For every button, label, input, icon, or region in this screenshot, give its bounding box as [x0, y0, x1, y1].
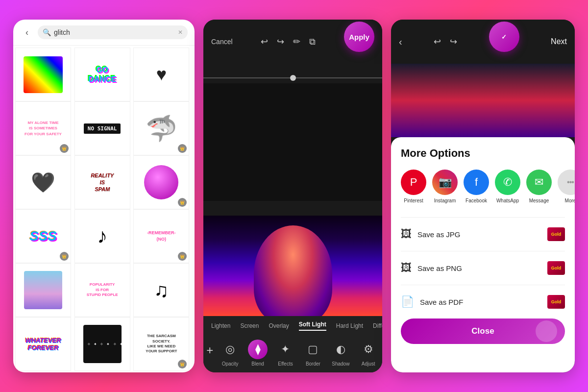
- sticker-whatever-visual: WHATEVERFOREVER: [25, 337, 61, 351]
- share-whatsapp[interactable]: ✆ WhatsApp: [495, 170, 520, 203]
- opacity-label: Opacity: [222, 361, 239, 367]
- sticker-circle-visual: [144, 165, 178, 199]
- search-input[interactable]: [54, 28, 175, 36]
- toolbar-border[interactable]: ▢ Border: [302, 340, 324, 367]
- close-button[interactable]: Close: [401, 318, 565, 344]
- share-instagram[interactable]: 📷 Instagram: [432, 170, 458, 203]
- blend-mode-bar: Lighten Screen Overlay Soft Light Hard L…: [203, 316, 382, 336]
- premium-badge: 👑: [178, 144, 187, 153]
- share-message[interactable]: ✉ Message: [526, 170, 552, 203]
- panel3-preview: [391, 64, 575, 137]
- erase-icon[interactable]: ✏: [293, 36, 300, 47]
- border-label: Border: [306, 361, 320, 367]
- sticker-circle[interactable]: 👑: [133, 155, 189, 209]
- sticker-stars[interactable]: [74, 317, 130, 371]
- save-pdf-row[interactable]: 📄 Save as PDF Gold: [401, 289, 565, 315]
- editor-header: Cancel ↩ ↪ ✏ ⧉ Apply: [203, 20, 382, 64]
- top-slider[interactable]: [203, 77, 382, 78]
- add-button[interactable]: +: [206, 340, 213, 357]
- blend-hardlight[interactable]: Hard Light: [336, 322, 363, 329]
- share-facebook[interactable]: f Facebook: [464, 170, 489, 203]
- blend-difference[interactable]: Difference: [373, 322, 382, 329]
- sticker-cloud-visual: [24, 271, 62, 309]
- toolbar-opacity[interactable]: ◎ Opacity: [220, 340, 241, 367]
- divider-1: [401, 217, 565, 218]
- cancel-button[interactable]: Cancel: [211, 38, 233, 46]
- sticker-shark[interactable]: 🦈 👑: [133, 101, 189, 155]
- sticker-myalone[interactable]: MY ALONE TIMEIS SOMETIMESFOR YOUR SAFETY…: [15, 101, 71, 155]
- whatsapp-icon: ✆: [495, 170, 520, 195]
- search-bar: ‹ 🔍 ✕: [13, 20, 195, 46]
- blend-softlight[interactable]: Soft Light: [299, 321, 326, 331]
- top-slider-dot[interactable]: [290, 75, 296, 81]
- toolbar-effects[interactable]: ✦ Effects: [274, 340, 296, 367]
- save-jpg-row[interactable]: 🖼 Save as JPG Gold: [401, 221, 565, 247]
- toolbar-blend[interactable]: ⧫ Blend: [247, 340, 269, 367]
- blend-screen[interactable]: Screen: [240, 322, 259, 329]
- sticker-tiktok[interactable]: ♪: [74, 209, 130, 263]
- sticker-remember[interactable]: -REMEMBER-(NO) 👑: [133, 209, 189, 263]
- canvas-top-area: [203, 83, 382, 201]
- canvas-image: [203, 216, 382, 316]
- share-more[interactable]: ••• More: [558, 170, 575, 203]
- apply-button[interactable]: Apply: [344, 22, 374, 52]
- png-gold-badge: Gold: [547, 261, 565, 275]
- instagram-icon: 📷: [432, 170, 458, 195]
- save-png-row[interactable]: 🖼 Save as PNG Gold: [401, 255, 565, 281]
- search-icon: 🔍: [43, 28, 51, 36]
- toolbar-adjust[interactable]: ⚙ Adjust: [358, 340, 379, 367]
- sticker-tiktok2-visual: ♫: [154, 279, 169, 301]
- divider-3: [401, 285, 565, 285]
- clear-icon[interactable]: ✕: [178, 29, 183, 36]
- panel3-back-button[interactable]: ‹: [399, 36, 402, 48]
- divider-2: [401, 251, 565, 251]
- toolbar-shadow[interactable]: ◐ Shadow: [330, 340, 351, 367]
- opacity-icon: ◎: [220, 340, 240, 359]
- sticker-whatever[interactable]: WHATEVERFOREVER: [15, 317, 71, 371]
- back-button[interactable]: ‹: [20, 25, 34, 39]
- more-options-title: More Options: [401, 147, 565, 160]
- sticker-wings[interactable]: 🖤: [15, 155, 71, 209]
- sticker-godance[interactable]: GODANCE: [74, 48, 130, 101]
- save-jpg-label: Save as JPG: [417, 230, 461, 239]
- instagram-label: Instagram: [434, 198, 456, 203]
- editor-toolbar: + ◎ Opacity ⧫ Blend ✦ Effects ▢ Border ◐…: [203, 336, 382, 372]
- save-png-label: Save as PNG: [417, 264, 462, 272]
- sticker-sarcasm-visual: THE SARCASMSOCIETY.LIKE WE NEEDYOUR SUPP…: [146, 334, 177, 354]
- adjust-label: Adjust: [362, 361, 375, 367]
- next-button[interactable]: Next: [551, 37, 567, 46]
- premium-badge: 👑: [178, 360, 187, 368]
- undo-icon[interactable]: ↩: [261, 36, 268, 47]
- editor-canvas: [203, 64, 382, 316]
- sticker-sarcasm[interactable]: THE SARCASMSOCIETY.LIKE WE NEEDYOUR SUPP…: [133, 317, 189, 371]
- save-pdf-left: 📄 Save as PDF: [401, 295, 463, 308]
- blend-lighten[interactable]: Lighten: [211, 322, 230, 329]
- jpg-gold-badge: Gold: [547, 227, 565, 241]
- save-pdf-label: Save as PDF: [420, 298, 463, 306]
- save-jpg-left: 🖼 Save as JPG: [401, 228, 461, 241]
- layers-icon[interactable]: ⧉: [309, 37, 316, 47]
- sticker-nosignal[interactable]: NO SIGNAL: [74, 101, 130, 155]
- panel3-icon-group: ↩ ↪: [434, 36, 457, 47]
- sticker-rainbow[interactable]: [15, 48, 71, 101]
- save-png-left: 🖼 Save as PNG: [401, 262, 462, 274]
- next-checkmark-button[interactable]: ✓: [489, 22, 519, 52]
- sticker-reality[interactable]: REALITYISSPAM: [74, 155, 130, 209]
- panel3-undo-icon[interactable]: ↩: [434, 36, 441, 47]
- panel3-redo-icon[interactable]: ↪: [450, 36, 457, 47]
- sticker-popularity[interactable]: POPULARITYIS FORSTUPID PEOPLE: [74, 263, 130, 317]
- border-icon: ▢: [303, 340, 323, 359]
- photo-background: [203, 216, 382, 316]
- share-pinterest[interactable]: P Pinterest: [401, 170, 426, 203]
- sticker-heart[interactable]: ♥: [133, 48, 189, 101]
- sticker-myalone-visual: MY ALONE TIMEIS SOMETIMESFOR YOUR SAFETY: [23, 118, 64, 139]
- sticker-tiktok2[interactable]: ♫: [133, 263, 189, 317]
- redo-icon[interactable]: ↪: [277, 36, 284, 47]
- sticker-godance-visual: GODANCE: [86, 63, 118, 86]
- more-options-sheet: More Options P Pinterest 📷 Instagram f F…: [391, 137, 575, 372]
- sticker-sss[interactable]: SSS 👑: [15, 209, 71, 263]
- more-icon: •••: [558, 170, 575, 195]
- save-pdf-icon: 📄: [401, 295, 414, 308]
- blend-overlay[interactable]: Overlay: [269, 322, 289, 329]
- sticker-cloud[interactable]: [15, 263, 71, 317]
